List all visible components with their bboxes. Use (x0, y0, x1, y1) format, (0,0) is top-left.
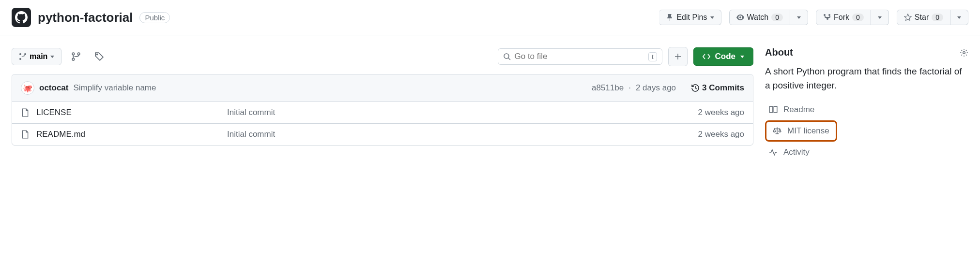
file-icon (21, 130, 30, 139)
main-column: main t Code 🐙 octocat (12, 47, 753, 146)
content-area: main t Code 🐙 octocat (0, 35, 980, 172)
file-search-input[interactable] (515, 52, 644, 61)
file-link[interactable]: README.md (36, 130, 85, 139)
file-row: README.md Initial commit 2 weeks ago (12, 124, 753, 145)
file-commit-msg[interactable]: Initial commit (227, 108, 691, 117)
file-search[interactable]: t (498, 48, 662, 65)
star-caret-button[interactable] (950, 10, 968, 25)
github-logo-icon[interactable] (12, 8, 31, 27)
watch-label: Watch (747, 13, 769, 22)
watch-button[interactable]: Watch 0 (729, 10, 791, 25)
watch-caret-button[interactable] (790, 10, 808, 25)
star-label: Star (915, 13, 929, 22)
history-icon (691, 84, 699, 92)
book-icon (769, 105, 778, 114)
code-label: Code (715, 52, 736, 61)
chevron-down-icon (710, 16, 714, 19)
about-heading: About (765, 47, 968, 58)
edit-pins-group: Edit Pins (659, 10, 721, 25)
fork-group: Fork 0 (816, 10, 889, 25)
latest-commit-bar: 🐙 octocat Simplify variable name a8511be… (12, 74, 753, 102)
star-count: 0 (932, 14, 943, 21)
fork-label: Fork (834, 13, 849, 22)
commits-link[interactable]: 3 Commits (691, 83, 744, 93)
fork-icon (823, 14, 831, 21)
chevron-down-icon (50, 56, 54, 58)
commit-sha[interactable]: a8511be (592, 83, 624, 93)
license-link[interactable]: MIT license (769, 123, 833, 139)
chevron-down-icon (878, 16, 882, 19)
eye-icon (736, 14, 744, 21)
fork-caret-button[interactable] (871, 10, 889, 25)
watch-count: 0 (771, 14, 783, 21)
commit-author[interactable]: octocat (39, 83, 68, 93)
file-toolbar: main t Code (12, 47, 753, 66)
file-commit-msg[interactable]: Initial commit (227, 130, 691, 139)
file-age: 2 weeks ago (698, 130, 744, 139)
code-button[interactable]: Code (693, 47, 754, 66)
plus-icon (674, 53, 682, 60)
svg-point-1 (504, 54, 509, 58)
license-highlight: MIT license (765, 120, 837, 142)
readme-label: Readme (783, 105, 814, 115)
sidebar-links: Readme MIT license Activity (765, 102, 968, 160)
file-row: LICENSE Initial commit 2 weeks ago (12, 102, 753, 124)
repo-header: python-factorial Public Edit Pins Watch … (0, 0, 980, 35)
commits-count: 3 Commits (702, 83, 744, 93)
file-age: 2 weeks ago (698, 108, 744, 117)
readme-link[interactable]: Readme (765, 102, 818, 117)
license-label: MIT license (787, 126, 829, 136)
svg-point-0 (97, 54, 98, 55)
commit-age: 2 days ago (636, 83, 676, 93)
branch-icon (19, 53, 27, 60)
gear-icon[interactable] (960, 48, 968, 57)
fork-button[interactable]: Fork 0 (816, 10, 871, 25)
edit-pins-button[interactable]: Edit Pins (659, 10, 721, 25)
star-icon (904, 14, 912, 21)
watch-group: Watch 0 (729, 10, 809, 25)
about-title: About (765, 47, 793, 58)
activity-label: Activity (783, 147, 810, 157)
tags-icon-button[interactable] (91, 48, 108, 65)
repo-description: A short Python program that finds the fa… (765, 65, 968, 92)
file-icon (21, 108, 30, 117)
file-link[interactable]: LICENSE (36, 108, 72, 117)
pulse-icon (769, 148, 778, 157)
commit-message[interactable]: Simplify variable name (73, 83, 156, 93)
branch-select-button[interactable]: main (12, 48, 61, 65)
activity-link[interactable]: Activity (765, 145, 813, 160)
svg-point-2 (963, 51, 965, 54)
chevron-down-icon (740, 56, 744, 58)
kbd-hint: t (648, 52, 657, 61)
sidebar: About A short Python program that finds … (765, 47, 968, 160)
star-group: Star 0 (897, 10, 968, 25)
branches-icon-button[interactable] (67, 48, 85, 65)
repo-title[interactable]: python-factorial (38, 10, 133, 25)
add-file-button[interactable] (668, 47, 688, 66)
pin-icon (666, 14, 674, 21)
star-button[interactable]: Star 0 (897, 10, 950, 25)
chevron-down-icon (797, 16, 801, 19)
law-icon (773, 127, 781, 135)
visibility-badge: Public (139, 12, 170, 23)
search-icon (503, 53, 511, 60)
chevron-down-icon (957, 16, 961, 19)
branch-name: main (30, 52, 47, 61)
file-listing: 🐙 octocat Simplify variable name a8511be… (12, 74, 753, 146)
avatar[interactable]: 🐙 (21, 81, 34, 95)
code-icon (703, 53, 710, 60)
fork-count: 0 (852, 14, 864, 21)
edit-pins-label: Edit Pins (676, 13, 707, 22)
